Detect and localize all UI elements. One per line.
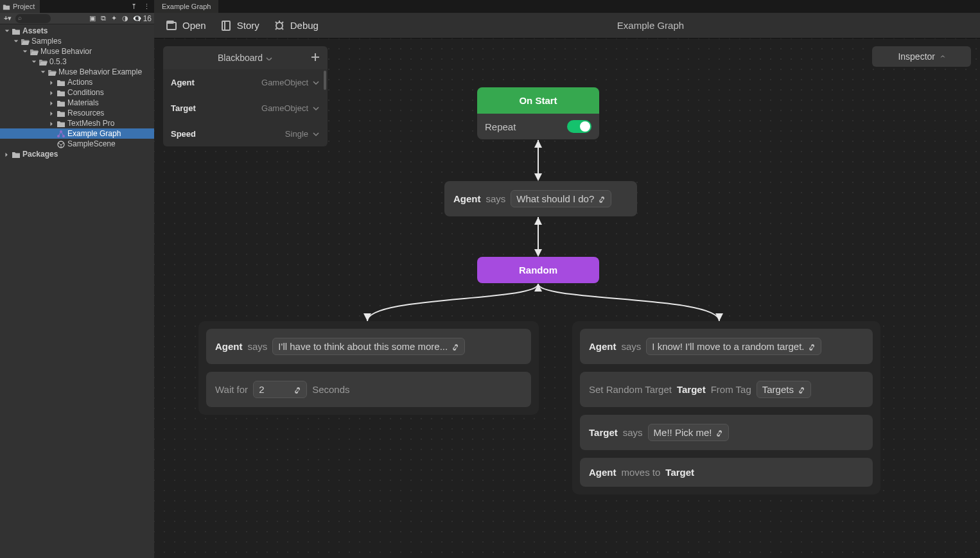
blackboard-scrollbar[interactable] [324, 71, 326, 90]
says-value-field[interactable]: I'll have to think about this some more.… [272, 338, 465, 355]
tree-item-label: TextMesh Pro [67, 119, 114, 128]
tag-value-field[interactable]: Targets [757, 381, 811, 398]
link-icon [598, 195, 607, 204]
agent-says-row[interactable]: Agent says I know! I'll move to a random… [580, 329, 873, 364]
tree-item[interactable]: Packages [0, 149, 154, 159]
folder-icon [12, 27, 21, 35]
folder-icon [3, 3, 10, 10]
variable-name: Speed [171, 129, 285, 139]
link-icon [293, 385, 302, 394]
agent-says-node[interactable]: Agent says What should I do? [444, 181, 637, 216]
blackboard-variable-row[interactable]: SpeedSingle [163, 121, 328, 146]
tree-item-label: Resources [67, 109, 104, 118]
on-start-node[interactable]: On Start Repeat [477, 87, 599, 139]
story-button[interactable]: Story [220, 20, 259, 31]
variable-name: Target [171, 103, 261, 113]
lock-icon[interactable]: ⤒ [130, 3, 138, 11]
debug-button[interactable]: Debug [274, 20, 319, 31]
tree-item-label: Actions [67, 78, 92, 87]
on-start-title: On Start [477, 87, 599, 114]
tree-item-label: SampleScene [67, 139, 116, 148]
open-button[interactable]: Open [166, 20, 206, 31]
disclosure-open-icon[interactable] [13, 38, 19, 44]
folder-open-icon [21, 37, 30, 45]
tree-item[interactable]: Muse Behavior Example [0, 67, 154, 77]
tree-item[interactable]: Resources [0, 108, 154, 118]
agent-moves-row[interactable]: Agent moves to Target [580, 458, 873, 487]
tree-item-label: Materials [67, 98, 99, 107]
repeat-toggle[interactable] [567, 120, 591, 133]
disclosure-open-icon[interactable] [4, 28, 10, 34]
link-icon [715, 428, 724, 437]
wait-row[interactable]: Wait for Seconds [206, 372, 531, 407]
scene-asset-icon [57, 140, 66, 148]
wait-value-field[interactable] [253, 381, 307, 398]
tree-item[interactable]: Muse Behavior [0, 46, 154, 57]
inspector-button[interactable]: Inspector [872, 46, 971, 67]
disclosure-closed-icon[interactable] [49, 100, 55, 106]
tree-item[interactable]: Materials [0, 98, 154, 108]
random-node[interactable]: Random [477, 257, 599, 283]
sequence-right[interactable]: Agent says I know! I'll move to a random… [572, 321, 880, 494]
svg-marker-23 [715, 313, 723, 321]
disclosure-closed-icon[interactable] [4, 151, 10, 157]
graph-canvas[interactable]: Inspector Blackboard AgentGameObjectTarg… [154, 39, 980, 558]
create-button[interactable]: +▾ [3, 14, 13, 22]
disclosure-closed-icon[interactable] [49, 89, 55, 96]
tab-menu-icon[interactable]: ⋮ [142, 3, 152, 11]
agent-says-row[interactable]: Agent says I'll have to think about this… [206, 329, 531, 364]
svg-marker-24 [534, 284, 542, 292]
set-random-target-row[interactable]: Set Random Target Target From Tag Target… [580, 372, 873, 407]
hidden-count[interactable]: 👁‍🗨16 [132, 14, 152, 23]
filter2-icon[interactable]: ⧉ [100, 14, 107, 22]
tree-item-label: Packages [22, 150, 58, 159]
disclosure-closed-icon[interactable] [49, 120, 55, 126]
favorite-icon[interactable]: ✦ [110, 14, 118, 22]
disclosure-closed-icon[interactable] [49, 110, 55, 116]
tree-item[interactable]: Conditions [0, 87, 154, 98]
says-verb: says [486, 193, 506, 204]
chevron-down-icon[interactable] [312, 78, 320, 86]
graph-tab[interactable]: Example Graph [154, 0, 218, 13]
project-tab[interactable]: Project [0, 0, 40, 13]
svg-marker-20 [534, 249, 542, 257]
chevron-down-icon[interactable] [312, 130, 320, 137]
svg-marker-17 [534, 173, 542, 181]
disclosure-closed-icon[interactable] [49, 79, 55, 85]
tree-item[interactable]: Assets [0, 26, 154, 36]
tree-item-label: Muse Behavior Example [58, 67, 142, 76]
tree-item[interactable]: Example Graph [0, 128, 154, 139]
blackboard-header[interactable]: Blackboard [163, 46, 328, 69]
says-value-field[interactable]: I know! I'll move to a random target. [646, 338, 821, 355]
tree-item[interactable]: Samples [0, 36, 154, 46]
chevron-down-icon [265, 55, 273, 60]
sequence-left[interactable]: Agent says I'll have to think about this… [198, 321, 539, 415]
link-icon [451, 342, 460, 351]
says-value-field[interactable]: Me!! Pick me! [648, 424, 730, 441]
chevron-down-icon[interactable] [312, 104, 320, 112]
svg-marker-18 [534, 140, 542, 148]
layers-icon[interactable]: ◑ [121, 14, 130, 22]
blackboard-add-button[interactable] [310, 51, 321, 63]
disclosure-open-icon[interactable] [40, 69, 46, 75]
filter-icon[interactable]: ▣ [88, 14, 97, 22]
disclosure-open-icon[interactable] [22, 48, 28, 55]
project-search-input[interactable]: ⌕ [15, 14, 51, 23]
blackboard-variable-row[interactable]: TargetGameObject [163, 95, 328, 121]
tree-item[interactable]: SampleScene [0, 139, 154, 149]
blackboard-variable-row[interactable]: AgentGameObject [163, 69, 328, 95]
says-value-field[interactable]: What should I do? [511, 190, 611, 207]
tree-item[interactable]: 0.5.3 [0, 57, 154, 67]
tree-item[interactable]: TextMesh Pro [0, 118, 154, 128]
link-icon [808, 342, 817, 351]
wait-value-input[interactable] [259, 384, 290, 395]
folder-open-icon [39, 58, 48, 65]
target-says-row[interactable]: Target says Me!! Pick me! [580, 415, 873, 450]
open-icon [166, 20, 177, 31]
open-label: Open [182, 20, 206, 31]
variable-type: GameObject [261, 78, 308, 87]
folder-icon [57, 109, 66, 117]
project-tree[interactable]: AssetsSamplesMuse Behavior0.5.3Muse Beha… [0, 24, 154, 558]
disclosure-open-icon[interactable] [31, 58, 37, 65]
tree-item[interactable]: Actions [0, 77, 154, 87]
